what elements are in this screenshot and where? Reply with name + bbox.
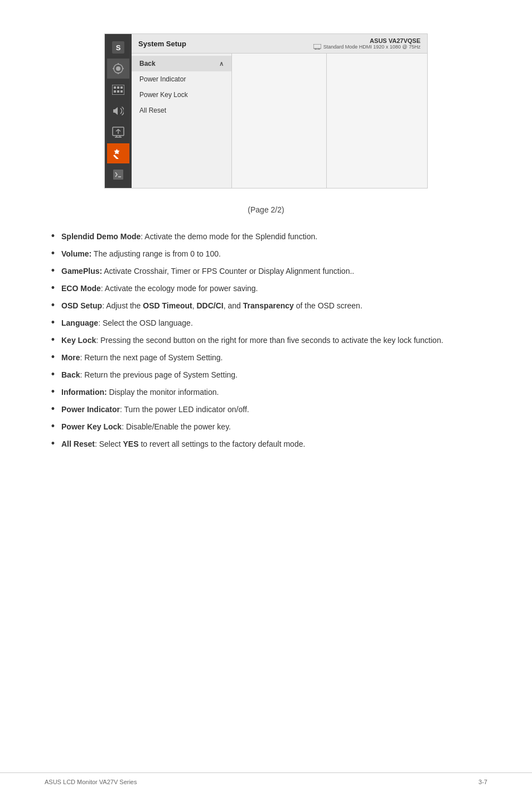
sidebar-splendid-icon[interactable] (107, 59, 129, 79)
osd-menu-title: System Setup (138, 40, 186, 48)
list-item-information: • Information: Display the monitor infor… (45, 386, 487, 398)
osd-sub-column (232, 54, 327, 188)
osd-value-column (327, 54, 427, 188)
svg-rect-12 (120, 90, 123, 93)
bullet-dot: • (45, 386, 61, 398)
svg-rect-9 (120, 86, 123, 89)
sidebar-shortcut-icon[interactable] (107, 165, 129, 185)
term-splendid-demo: Splendid Demo Mode (61, 232, 141, 241)
term-transparency: Transparency (243, 301, 294, 310)
bullet-dot: • (45, 248, 61, 260)
page-caption: (Page 2/2) (45, 205, 487, 214)
osd-main: System Setup ASUS VA27VQSE Standard Mode… (132, 34, 427, 188)
footer-left: ASUS LCD Monitor VA27V Series (45, 779, 137, 785)
list-item-more: • More: Return the next page of System S… (45, 352, 487, 364)
list-item-volume: • Volume: The adjusting range is from 0 … (45, 248, 487, 260)
osd-menu-item-power-key-lock[interactable]: Power Key Lock (132, 87, 231, 103)
list-item-key-lock: • Key Lock: Pressing the second button o… (45, 335, 487, 346)
bullet-dot: • (45, 230, 61, 243)
bullet-dot: • (45, 403, 61, 416)
term-language: Language (61, 318, 98, 327)
svg-rect-6 (112, 85, 124, 95)
osd-device-info: ASUS VA27VQSE Standard Mode HDMI 1920 x … (313, 37, 420, 50)
sidebar-system-icon[interactable] (107, 143, 129, 163)
bullet-list: • Splendid Demo Mode: Activate the demo … (45, 231, 487, 450)
bullet-dot: • (45, 369, 61, 381)
list-item-power-key-lock: • Power Key Lock: Disable/Enable the pow… (45, 421, 487, 433)
term-osd-timeout: OSD Timeout (143, 301, 192, 310)
list-item-eco-mode: • ECO Mode: Activate the ecology mode fo… (45, 283, 487, 294)
osd-menu-column: Back ∧ Power Indicator Power Key Lock Al… (132, 54, 232, 188)
list-item-back: • Back: Return the previous page of Syst… (45, 369, 487, 381)
osd-menu-item-back[interactable]: Back ∧ (132, 56, 231, 71)
list-item-language: • Language: Select the OSD language. (45, 317, 487, 329)
term-yes: YES (123, 439, 139, 448)
sidebar-image-icon[interactable] (107, 80, 129, 100)
osd-menu-item-all-reset[interactable]: All Reset (132, 103, 231, 118)
sidebar-s-icon[interactable]: S (107, 37, 129, 57)
svg-rect-21 (313, 44, 321, 49)
sidebar-sound-icon[interactable] (107, 101, 129, 121)
list-item-gameplus: • GamePlus: Activate Crosshair, Timer or… (45, 265, 487, 277)
list-item-power-indicator: • Power Indicator: Turn the power LED in… (45, 404, 487, 416)
bullet-dot: • (45, 351, 61, 364)
osd-brand: ASUS VA27VQSE (313, 37, 420, 44)
term-back: Back (61, 370, 80, 379)
term-information: Information: (61, 388, 107, 397)
term-all-reset: All Reset (61, 439, 95, 448)
bullet-dot: • (45, 299, 61, 312)
svg-rect-11 (117, 90, 119, 93)
term-power-key-lock: Power Key Lock (61, 422, 122, 431)
list-item-osd-setup: • OSD Setup: Adjust the OSD Timeout, DDC… (45, 300, 487, 312)
footer: ASUS LCD Monitor VA27V Series 3-7 (0, 772, 532, 791)
osd-menu-item-power-indicator[interactable]: Power Indicator (132, 71, 231, 87)
osd-mode-info: Standard Mode HDMI 1920 x 1080 @ 75Hz (323, 44, 420, 50)
svg-rect-10 (114, 90, 116, 93)
osd-content: Back ∧ Power Indicator Power Key Lock Al… (132, 54, 427, 188)
sidebar-input-icon[interactable] (107, 122, 129, 142)
svg-rect-19 (113, 170, 123, 180)
back-arrow-icon: ∧ (219, 60, 224, 67)
bullet-dot: • (45, 282, 61, 294)
term-eco-mode: ECO Mode (61, 284, 101, 293)
bullet-dot: • (45, 438, 61, 450)
term-ddc-ci: DDC/CI (197, 301, 224, 310)
footer-right: 3-7 (478, 779, 487, 785)
bullet-dot: • (45, 265, 61, 277)
svg-point-1 (116, 66, 120, 71)
list-item-all-reset: • All Reset: Select YES to revert all se… (45, 438, 487, 450)
term-gameplus: GamePlus: (61, 267, 102, 276)
svg-rect-7 (114, 86, 116, 89)
term-osd-setup: OSD Setup (61, 301, 102, 310)
osd-screenshot: S (104, 33, 428, 189)
svg-rect-8 (117, 86, 119, 89)
list-item-splendid-demo: • Splendid Demo Mode: Activate the demo … (45, 231, 487, 243)
osd-sidebar: S (105, 34, 132, 188)
term-key-lock: Key Lock (61, 336, 96, 345)
osd-header: System Setup ASUS VA27VQSE Standard Mode… (132, 34, 427, 54)
bullet-dot: • (45, 317, 61, 329)
bullet-dot: • (45, 334, 61, 346)
term-more: More (61, 353, 80, 362)
bullet-dot: • (45, 421, 61, 433)
term-volume: Volume: (61, 249, 91, 258)
svg-line-18 (114, 156, 118, 159)
term-power-indicator: Power Indicator (61, 405, 120, 414)
